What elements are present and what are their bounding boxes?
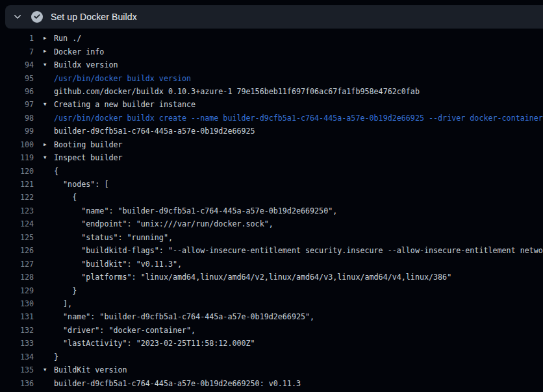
log-line: 123 "name": "builder-d9cfb5a1-c764-445a-… bbox=[0, 204, 543, 217]
log-group-row[interactable]: 97▼Creating a new builder instance bbox=[0, 98, 543, 111]
log-text: { bbox=[54, 193, 77, 202]
line-number: 129 bbox=[0, 286, 34, 295]
line-number: 125 bbox=[0, 233, 34, 242]
line-number: 131 bbox=[0, 312, 34, 321]
log-group-row[interactable]: 7▶Docker info bbox=[0, 45, 543, 58]
log-text: Inspect builder bbox=[54, 153, 123, 162]
log-group-row[interactable]: 100▶Booting builder bbox=[0, 138, 543, 151]
log-line: 121 "nodes": [ bbox=[0, 178, 543, 191]
line-number: 122 bbox=[0, 193, 34, 202]
group-toggle-collapsed-icon[interactable]: ▶ bbox=[44, 138, 54, 151]
line-number: 100 bbox=[0, 140, 34, 149]
line-number: 136 bbox=[0, 379, 34, 388]
line-number: 95 bbox=[0, 74, 34, 83]
log-text: /usr/bin/docker buildx create --name bui… bbox=[54, 114, 543, 123]
line-number: 94 bbox=[0, 60, 34, 69]
log-line: 128 "platforms": "linux/amd64,linux/amd6… bbox=[0, 271, 543, 284]
log-line: 127 "buildkit": "v0.11.3", bbox=[0, 257, 543, 270]
line-number: 134 bbox=[0, 352, 34, 361]
log-text: Docker info bbox=[54, 47, 104, 56]
log-line: 125 "status": "running", bbox=[0, 231, 543, 244]
log-text: Buildx version bbox=[54, 60, 118, 69]
step-header[interactable]: Set up Docker Buildx bbox=[5, 5, 543, 29]
log-group-row[interactable]: 94▼Buildx version bbox=[0, 58, 543, 71]
line-number: 98 bbox=[0, 114, 34, 123]
group-toggle-expanded-icon[interactable]: ▼ bbox=[44, 363, 54, 376]
log-group-row[interactable]: 1▶Run ./ bbox=[0, 32, 543, 45]
log-line: 134} bbox=[0, 350, 543, 363]
line-number: 126 bbox=[0, 246, 34, 255]
line-number: 96 bbox=[0, 87, 34, 96]
log-text: builder-d9cfb5a1-c764-445a-a57e-0b19d2e6… bbox=[54, 379, 301, 388]
line-number: 119 bbox=[0, 153, 34, 162]
log-group-row[interactable]: 119▼Inspect builder bbox=[0, 151, 543, 164]
line-number: 135 bbox=[0, 365, 34, 374]
log-text: "buildkitd-flags": "--allow-insecure-ent… bbox=[54, 246, 543, 255]
log-text: github.com/docker/buildx 0.10.3+azure-1 … bbox=[54, 87, 420, 96]
log-line: 126 "buildkitd-flags": "--allow-insecure… bbox=[0, 244, 543, 257]
log-line: 133 "lastActivity": "2023-02-25T11:58:12… bbox=[0, 337, 543, 350]
log-line: 129 } bbox=[0, 284, 543, 297]
log-line: 124 "endpoint": "unix:///var/run/docker.… bbox=[0, 217, 543, 230]
check-circle-icon bbox=[31, 11, 43, 23]
log-line: 95/usr/bin/docker buildx version bbox=[0, 71, 543, 84]
log-text: } bbox=[54, 286, 77, 295]
log-text: "buildkit": "v0.11.3", bbox=[54, 260, 182, 269]
log-text: Creating a new builder instance bbox=[54, 100, 196, 109]
line-number: 99 bbox=[0, 127, 34, 136]
line-number: 123 bbox=[0, 206, 34, 215]
log-text: builder-d9cfb5a1-c764-445a-a57e-0b19d2e6… bbox=[54, 127, 255, 136]
line-number: 121 bbox=[0, 180, 34, 189]
line-number: 1 bbox=[0, 34, 34, 43]
log-group-row[interactable]: 135▼BuildKit version bbox=[0, 363, 543, 376]
log-line: 132 "driver": "docker-container", bbox=[0, 324, 543, 337]
log-line: 96github.com/docker/buildx 0.10.3+azure-… bbox=[0, 85, 543, 98]
group-toggle-collapsed-icon[interactable]: ▶ bbox=[44, 45, 54, 58]
line-number: 127 bbox=[0, 260, 34, 269]
line-number: 132 bbox=[0, 326, 34, 335]
chevron-down-icon[interactable] bbox=[13, 12, 22, 21]
log-text: "name": "builder-d9cfb5a1-c764-445a-a57e… bbox=[54, 312, 314, 321]
log-area[interactable]: 1▶Run ./7▶Docker info94▼Buildx version95… bbox=[0, 29, 543, 392]
line-number: 128 bbox=[0, 273, 34, 282]
log-line: 98/usr/bin/docker buildx create --name b… bbox=[0, 112, 543, 125]
group-toggle-expanded-icon[interactable]: ▼ bbox=[44, 151, 54, 164]
log-text: BuildKit version bbox=[54, 365, 127, 374]
log-text: Booting builder bbox=[54, 140, 123, 149]
group-toggle-expanded-icon[interactable]: ▼ bbox=[44, 98, 54, 111]
step-title: Set up Docker Buildx bbox=[51, 12, 137, 22]
line-number: 133 bbox=[0, 339, 34, 348]
log-text: "endpoint": "unix:///var/run/docker.sock… bbox=[54, 219, 273, 228]
log-line: 120{ bbox=[0, 164, 543, 177]
log-text: { bbox=[54, 167, 58, 176]
line-number: 124 bbox=[0, 219, 34, 228]
log-text: "platforms": "linux/amd64,linux/amd64/v2… bbox=[54, 273, 451, 282]
log-text: "nodes": [ bbox=[54, 180, 108, 189]
log-line: 136builder-d9cfb5a1-c764-445a-a57e-0b19d… bbox=[0, 376, 543, 389]
log-line: 131 "name": "builder-d9cfb5a1-c764-445a-… bbox=[0, 310, 543, 323]
log-text: "driver": "docker-container", bbox=[54, 326, 196, 335]
log-line: 99builder-d9cfb5a1-c764-445a-a57e-0b19d2… bbox=[0, 125, 543, 138]
log-text: /usr/bin/docker buildx version bbox=[54, 74, 191, 83]
log-text: ], bbox=[54, 299, 72, 308]
log-text: "name": "builder-d9cfb5a1-c764-445a-a57e… bbox=[54, 206, 337, 215]
line-number: 130 bbox=[0, 299, 34, 308]
log-line: 130 ], bbox=[0, 297, 543, 310]
log-text: "status": "running", bbox=[54, 233, 173, 242]
group-toggle-collapsed-icon[interactable]: ▶ bbox=[44, 32, 54, 45]
log-text: "lastActivity": "2023-02-25T11:58:12.000… bbox=[54, 339, 255, 348]
line-number: 97 bbox=[0, 100, 34, 109]
line-number: 7 bbox=[0, 47, 34, 56]
group-toggle-expanded-icon[interactable]: ▼ bbox=[44, 58, 54, 71]
log-text: } bbox=[54, 352, 58, 361]
log-text: Run ./ bbox=[54, 34, 81, 43]
log-line: 122 { bbox=[0, 191, 543, 204]
line-number: 120 bbox=[0, 167, 34, 176]
actions-log-viewer: Set up Docker Buildx 1▶Run ./7▶Docker in… bbox=[0, 0, 543, 392]
